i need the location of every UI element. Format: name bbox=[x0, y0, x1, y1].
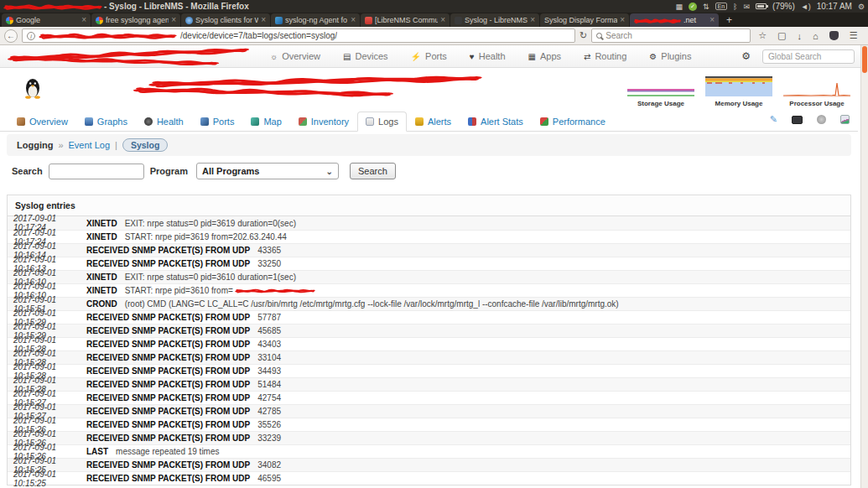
device-tab[interactable]: Alert Stats bbox=[460, 112, 532, 132]
device-tab[interactable]: Health bbox=[136, 112, 192, 132]
tab-close-icon[interactable]: × bbox=[351, 16, 356, 24]
home-icon[interactable]: ⌂ bbox=[809, 31, 822, 41]
navbar-item[interactable]: ⚙ Plugins bbox=[649, 51, 691, 61]
tab-close-icon[interactable]: × bbox=[171, 16, 176, 24]
back-button[interactable]: ← bbox=[4, 29, 18, 43]
device-tab[interactable]: Ports bbox=[192, 112, 243, 132]
device-tab[interactable]: Overview bbox=[8, 112, 76, 132]
settings-gear-icon[interactable]: ⚙ bbox=[741, 50, 751, 62]
chevron-down-icon: ⌄ bbox=[326, 167, 333, 176]
shield-icon[interactable] bbox=[829, 31, 839, 40]
tab-close-icon[interactable]: × bbox=[620, 16, 625, 24]
session-gear-icon[interactable]: ⚙ bbox=[858, 3, 865, 11]
breadcrumb-syslog-pill[interactable]: Syslog bbox=[122, 138, 168, 152]
browser-tab[interactable]: syslog-ng Agent fo × bbox=[271, 13, 360, 27]
browser-tab[interactable]: Syslog Display Forma × bbox=[540, 13, 629, 27]
memory-usage-graph[interactable]: Memory Usage bbox=[704, 73, 774, 107]
breadcrumb-divider: | bbox=[115, 140, 117, 150]
site-info-icon[interactable]: i bbox=[27, 32, 35, 40]
syslog-row: 2017-09-01 10:17:24 XINETD EXIT: nrpe st… bbox=[8, 216, 850, 230]
syslog-search-button[interactable]: Search bbox=[350, 163, 396, 179]
device-tab[interactable]: Map bbox=[242, 112, 289, 132]
device-tab[interactable]: Performance bbox=[532, 112, 614, 132]
sync-icon[interactable]: ⇅ bbox=[703, 3, 709, 11]
graph-label: Storage Usage bbox=[637, 100, 684, 107]
syslog-timestamp: 2017-09-01 10:15:25 bbox=[13, 470, 86, 488]
browser-tab[interactable]: Syslog clients for W × bbox=[181, 13, 270, 27]
librenms-logo[interactable] bbox=[7, 46, 106, 66]
syslog-row: 2017-09-01 10:15:27 RECEIVED SNMP PACKET… bbox=[8, 404, 850, 418]
scrollbar-thumb[interactable] bbox=[862, 46, 867, 73]
syslog-row: 2017-09-01 10:15:28 RECEIVED SNMP PACKET… bbox=[8, 364, 850, 377]
browser-tab[interactable]: [LibreNMS Commu × bbox=[361, 13, 450, 27]
browser-search-field[interactable]: Search bbox=[591, 29, 751, 43]
url-bar[interactable]: i /device/device=7/tab=logs/section=sysl… bbox=[22, 29, 575, 43]
processor-usage-graph[interactable]: Processor Usage bbox=[782, 80, 852, 107]
syslog-row: 2017-09-01 10:15:28 RECEIVED SNMP PACKET… bbox=[8, 350, 850, 364]
device-tab[interactable]: Logs bbox=[357, 112, 407, 132]
pocket-icon[interactable]: ▢ bbox=[774, 30, 789, 41]
tab-close-icon[interactable]: × bbox=[440, 16, 445, 24]
page-content: Storage Usage Memory Usage Proce bbox=[0, 68, 868, 488]
navbar-item[interactable]: ♥ Health bbox=[470, 51, 506, 61]
syslog-message: 33239 bbox=[257, 433, 281, 443]
syslog-row: 2017-09-01 10:16:10 XINETD EXIT: nrpe st… bbox=[8, 270, 850, 283]
navbar-item[interactable]: ⚡ Ports bbox=[411, 51, 447, 61]
mail-icon[interactable]: ✉ bbox=[744, 3, 751, 11]
bookmark-star-icon[interactable]: ☆ bbox=[755, 30, 770, 41]
syslog-program: XINETD bbox=[86, 286, 117, 295]
tab-close-icon[interactable]: × bbox=[81, 16, 86, 24]
web-globe-icon[interactable] bbox=[817, 115, 826, 124]
device-tab-label: Logs bbox=[378, 117, 398, 127]
device-tab-label: Overview bbox=[29, 117, 68, 127]
navbar-item[interactable]: ▦ Apps bbox=[528, 51, 562, 61]
tab-close-icon[interactable]: × bbox=[261, 16, 266, 24]
photos-icon[interactable]: ▦ bbox=[675, 3, 683, 11]
syslog-program: RECEIVED SNMP PACKET(S) FROM UDP bbox=[86, 474, 250, 483]
clock[interactable]: 10:17 AM bbox=[817, 2, 852, 11]
hamburger-menu-icon[interactable]: ☰ bbox=[846, 30, 861, 41]
device-tab-label: Graphs bbox=[97, 117, 127, 127]
browser-tab[interactable]: free syslogng agen × bbox=[91, 13, 180, 27]
battery-icon[interactable] bbox=[756, 3, 767, 9]
tab-close-icon[interactable]: × bbox=[530, 16, 535, 24]
device-tab[interactable]: Alerts bbox=[407, 112, 460, 132]
browser-tab[interactable]: Syslog - LibreNMS × bbox=[450, 13, 539, 27]
storage-usage-graph[interactable]: Storage Usage bbox=[626, 80, 696, 107]
tab-title: .net bbox=[683, 16, 707, 24]
keyboard-layout-indicator[interactable]: En bbox=[715, 3, 728, 10]
bluetooth-icon[interactable]: ᛒ bbox=[733, 3, 737, 11]
browser-tab[interactable]: .net × bbox=[630, 13, 719, 27]
syslog-program: CROND bbox=[86, 299, 117, 309]
graph-label: Processor Usage bbox=[789, 100, 844, 107]
downloads-icon[interactable]: ↓ bbox=[794, 31, 806, 41]
browser-tab[interactable]: Google × bbox=[2, 13, 91, 27]
navbar-item[interactable]: ⇄ Routing bbox=[584, 51, 626, 61]
console-icon[interactable] bbox=[792, 116, 803, 124]
syslog-row: 2017-09-01 10:15:51 CROND (root) CMD (LA… bbox=[8, 297, 850, 310]
page-scrollbar[interactable] bbox=[860, 45, 868, 488]
device-tab[interactable]: Graphs bbox=[76, 112, 136, 132]
status-check-icon[interactable]: ✓ bbox=[689, 3, 697, 11]
navbar-item[interactable]: ☼ Overview bbox=[270, 51, 320, 61]
syslog-row: 2017-09-01 10:15:27 RECEIVED SNMP PACKET… bbox=[8, 391, 850, 404]
tab-close-icon[interactable]: × bbox=[709, 16, 715, 24]
new-tab-button[interactable]: + bbox=[720, 14, 739, 27]
navbar-item[interactable]: ▤ Devices bbox=[343, 51, 388, 61]
device-tab-label: Map bbox=[263, 117, 281, 127]
syslog-program: RECEIVED SNMP PACKET(S) FROM UDP bbox=[86, 407, 250, 416]
device-tab[interactable]: Inventory bbox=[290, 112, 357, 132]
syslog-row: 2017-09-01 10:15:28 RECEIVED SNMP PACKET… bbox=[8, 377, 850, 391]
program-select[interactable]: All Programs ⌄ bbox=[196, 163, 339, 179]
syslog-row: 2017-09-01 10:17:24 XINETD START: nrpe p… bbox=[8, 230, 850, 243]
navbar-item-label: Routing bbox=[595, 51, 626, 61]
global-search-input[interactable] bbox=[762, 49, 855, 64]
edit-pencil-icon[interactable]: ✎ bbox=[770, 114, 777, 125]
syslog-message: 33104 bbox=[257, 353, 281, 362]
capture-image-icon[interactable] bbox=[840, 115, 850, 124]
breadcrumb-event-log-link[interactable]: Event Log bbox=[69, 140, 111, 150]
tab-favicon bbox=[185, 17, 193, 24]
reload-icon[interactable]: ↻ bbox=[580, 30, 587, 41]
volume-icon[interactable]: ◄) bbox=[801, 3, 811, 11]
syslog-search-input[interactable] bbox=[49, 164, 144, 179]
